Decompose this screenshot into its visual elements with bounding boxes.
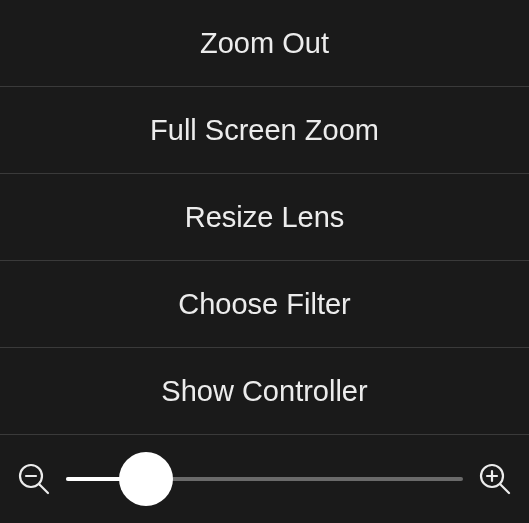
zoom-slider[interactable]: [66, 452, 463, 506]
slider-thumb[interactable]: [119, 452, 173, 506]
zoom-menu-list: Zoom Out Full Screen Zoom Resize Lens Ch…: [0, 0, 529, 435]
menu-item-label: Zoom Out: [200, 27, 329, 60]
menu-item-full-screen-zoom[interactable]: Full Screen Zoom: [0, 87, 529, 174]
menu-item-resize-lens[interactable]: Resize Lens: [0, 174, 529, 261]
menu-item-show-controller[interactable]: Show Controller: [0, 348, 529, 435]
zoom-out-icon[interactable]: [18, 463, 50, 495]
menu-item-label: Choose Filter: [178, 288, 350, 321]
menu-item-zoom-out[interactable]: Zoom Out: [0, 0, 529, 87]
menu-item-choose-filter[interactable]: Choose Filter: [0, 261, 529, 348]
menu-item-label: Full Screen Zoom: [150, 114, 379, 147]
svg-line-1: [40, 485, 49, 494]
menu-item-label: Show Controller: [161, 375, 367, 408]
zoom-in-icon[interactable]: [479, 463, 511, 495]
zoom-slider-row: [0, 435, 529, 523]
svg-line-4: [501, 485, 510, 494]
menu-item-label: Resize Lens: [185, 201, 345, 234]
